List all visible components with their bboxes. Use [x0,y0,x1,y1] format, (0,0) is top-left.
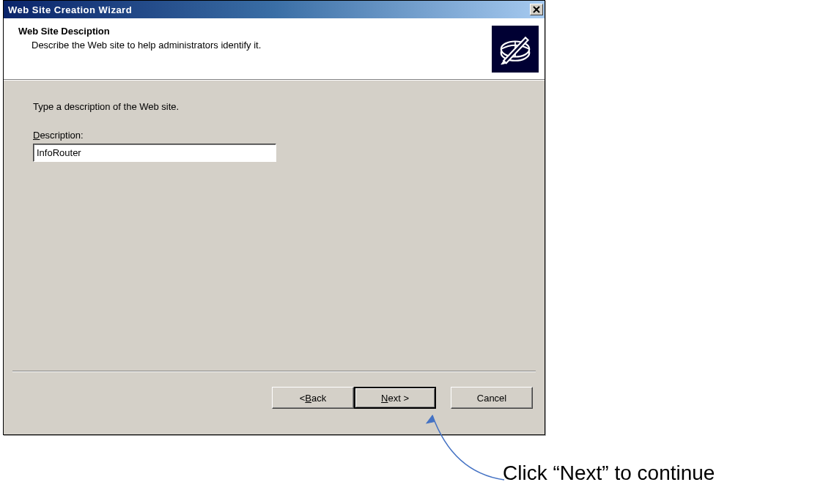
next-button[interactable]: Next > [354,387,436,409]
cancel-button[interactable]: Cancel [451,387,533,409]
description-label: Description: [33,130,515,141]
description-input[interactable] [33,144,276,162]
content-prompt: Type a description of the Web site. [33,101,515,112]
close-button[interactable] [530,4,543,15]
window-title: Web Site Creation Wizard [8,4,132,15]
wizard-icon [492,26,539,73]
close-icon [533,6,540,13]
nav-button-group: < Back Next > [272,387,436,409]
header-title: Web Site Desciption [18,26,492,37]
back-button[interactable]: < Back [272,387,354,409]
header-subtitle: Describe the Web site to help administra… [18,40,492,51]
annotation-arrow [424,407,512,487]
wizard-header: Web Site Desciption Describe the Web sit… [4,18,545,80]
wizard-window: Web Site Creation Wizard Web Site Descip… [3,0,545,435]
book-pen-icon [495,29,536,70]
annotation-text: Click “Next” to continue [503,462,715,485]
titlebar[interactable]: Web Site Creation Wizard [4,1,545,18]
content-area: Type a description of the Web site. Desc… [4,81,545,371]
header-text-block: Web Site Desciption Describe the Web sit… [18,26,492,79]
button-row: < Back Next > Cancel [4,372,545,409]
